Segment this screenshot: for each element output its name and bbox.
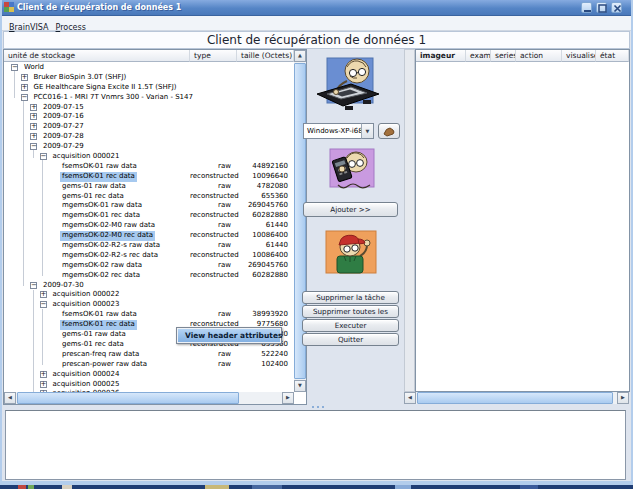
tree-row[interactable]: +2009-07-27 — [4, 122, 294, 132]
scroll-right-button[interactable]: ▶ — [617, 392, 629, 404]
tasks-horizontal-scrollbar[interactable]: ◀ ▶ — [404, 392, 629, 404]
tree-hscroll-thumb[interactable] — [17, 392, 239, 404]
tree-toggle-plus-icon[interactable]: + — [40, 291, 47, 298]
tree-row[interactable]: +acquisition 000025 — [4, 380, 294, 390]
menu-item-process[interactable]: Process — [56, 23, 86, 32]
tree-row[interactable]: mgemsOK-02-M0 raw dataraw61440 — [4, 221, 294, 231]
tree-row[interactable]: +Bruker BioSpin 3.0T (SHFJ) — [4, 73, 294, 83]
tree-row[interactable]: −World — [4, 63, 294, 73]
tree-toggle-plus-icon[interactable]: + — [40, 390, 47, 392]
tree-row[interactable]: prescan-power raw dataraw102400 — [4, 360, 294, 370]
tree-item-type: raw — [190, 360, 231, 370]
tree-item-label: PCC016-1 - MRI 7T Vnmrs 300 - Varian - S… — [32, 93, 195, 103]
tree-row[interactable]: gems-01 raw dataraw4782080 — [4, 182, 294, 192]
column-header--tat[interactable]: état — [596, 50, 629, 62]
close-button[interactable] — [611, 2, 622, 13]
tree-row[interactable]: +acquisition 000024 — [4, 370, 294, 380]
tree-row[interactable]: +acquisition 000026 — [4, 389, 294, 392]
tree-horizontal-scrollbar[interactable]: ◀ ▶ — [4, 392, 294, 404]
tree-row[interactable]: mgemsOK-02 raw dataraw269045760 — [4, 261, 294, 271]
scroll-left-button[interactable]: ◀ — [404, 392, 416, 404]
tree-row[interactable]: mgemsOK-02-R2-s raw dataraw61440 — [4, 241, 294, 251]
column-header-visualiser[interactable]: visualiser — [562, 50, 596, 62]
tree-row[interactable]: −acquisition 000021 — [4, 152, 294, 162]
tree-item-label: acquisition 000023 — [51, 300, 122, 310]
scroll-down-button[interactable]: ▼ — [294, 380, 306, 392]
tree-item-label: mgemsOK-02-M0 raw data — [60, 221, 157, 231]
column-header-series[interactable]: series — [491, 50, 516, 62]
tree-row[interactable]: −2009-07-30 — [4, 281, 294, 291]
tree-toggle-plus-icon[interactable]: + — [30, 133, 37, 140]
column-header-type[interactable]: type — [190, 50, 237, 62]
tree-item-size: 60282880 — [237, 211, 288, 221]
minimize-button[interactable] — [581, 2, 592, 13]
tree-row[interactable]: −acquisition 000023 — [4, 300, 294, 310]
tree-toggle-minus-icon[interactable]: − — [30, 282, 37, 289]
tree-row[interactable]: +2009-07-15 — [4, 103, 294, 113]
tree-item-size: 60282880 — [237, 271, 288, 281]
tree-row[interactable]: prescan-freq raw dataraw522240 — [4, 350, 294, 360]
delete-task-button[interactable]: Supprimer la tâche — [302, 291, 399, 304]
tree-row[interactable]: +2009-07-16 — [4, 112, 294, 122]
column-header-imageur[interactable]: imageur — [416, 50, 466, 62]
scroll-right-button[interactable]: ▶ — [282, 392, 294, 404]
title-bar[interactable]: Client de récupération de données 1 — [0, 0, 633, 16]
column-header-action[interactable]: action — [516, 50, 562, 62]
tasks-vertical-scrollbar[interactable] — [404, 49, 415, 392]
tree-row[interactable]: mgemsOK-02-M0 rec datareconstructed10086… — [4, 231, 294, 241]
tree-item-label: acquisition 000021 — [51, 152, 122, 162]
execute-button[interactable]: Executer — [302, 319, 399, 332]
tree-row[interactable]: fsemsOK-01 raw dataraw38993920 — [4, 310, 294, 320]
tasks-hscroll-thumb[interactable] — [417, 392, 613, 404]
tree-toggle-minus-icon[interactable]: − — [30, 143, 37, 150]
tree-row[interactable]: +acquisition 000022 — [4, 290, 294, 300]
menu-item-brainvisa[interactable]: BrainVISA — [9, 23, 49, 32]
tree-toggle-minus-icon[interactable]: − — [21, 94, 28, 101]
tree-item-label: acquisition 000026 — [51, 389, 122, 392]
tree-item-size: 522240 — [237, 350, 288, 360]
tree-row[interactable]: −2009-07-29 — [4, 142, 294, 152]
context-menu-item-view-header-attributes[interactable]: View header attributes — [178, 329, 280, 342]
tree-item-type: raw — [190, 310, 231, 320]
hand-icon — [382, 125, 396, 137]
maximize-icon — [598, 4, 607, 13]
tree-toggle-plus-icon[interactable]: + — [30, 113, 37, 120]
tree-row[interactable]: fsemsOK-01 rec datareconstructed10096640 — [4, 172, 294, 182]
maximize-button[interactable] — [596, 2, 607, 13]
tree-item-type: raw — [190, 162, 231, 172]
tree-row[interactable]: gems-01 rec datareconstructed655360 — [4, 192, 294, 202]
column-header-exam[interactable]: exam — [466, 50, 491, 62]
tree-toggle-minus-icon[interactable]: − — [40, 153, 47, 160]
tree-toggle-minus-icon[interactable]: − — [11, 64, 18, 71]
tree-row[interactable]: mgemsOK-01 raw dataraw269045760 — [4, 201, 294, 211]
tree-row[interactable]: −PCC016-1 - MRI 7T Vnmrs 300 - Varian - … — [4, 93, 294, 103]
tree-item-size: 4782080 — [237, 182, 288, 192]
tree-toggle-plus-icon[interactable]: + — [30, 123, 37, 130]
tree-row[interactable]: +GE Healthcare Signa Excite II 1.5T (SHF… — [4, 83, 294, 93]
tree-item-size: 269045760 — [237, 201, 288, 211]
quit-button[interactable]: Quitter — [302, 333, 399, 346]
scroll-up-button[interactable]: ▲ — [294, 50, 306, 62]
chevron-down-icon[interactable]: ▼ — [361, 123, 374, 139]
delete-all-tasks-button[interactable]: Supprimer toutes les tâches — [302, 305, 399, 318]
tree-toggle-plus-icon[interactable]: + — [21, 74, 28, 81]
column-header-taille-octets-[interactable]: taille (Octets) — [237, 50, 294, 62]
tree-row[interactable]: mgemsOK-02-R2-s rec datareconstructed100… — [4, 251, 294, 261]
tree-toggle-minus-icon[interactable]: − — [40, 301, 47, 308]
platform-tool-button[interactable] — [378, 123, 400, 139]
tree-row[interactable]: fsemsOK-01 raw dataraw44892160 — [4, 162, 294, 172]
tree-item-label: mgemsOK-02 rec data — [60, 271, 142, 281]
tree-toggle-plus-icon[interactable]: + — [30, 104, 37, 111]
tree-toggle-plus-icon[interactable]: + — [40, 371, 47, 378]
tree-toggle-plus-icon[interactable]: + — [40, 381, 47, 388]
tree-row[interactable]: +2009-07-28 — [4, 132, 294, 142]
page-header: Client de récupération de données 1 — [3, 31, 630, 49]
tree-row[interactable]: mgemsOK-01 rec datareconstructed60282880 — [4, 211, 294, 221]
tree-toggle-plus-icon[interactable]: + — [21, 84, 28, 91]
tree-item-label: prescan-freq raw data — [60, 350, 141, 360]
tree-row[interactable]: mgemsOK-02 rec datareconstructed60282880 — [4, 271, 294, 281]
column-header-unit-de-stockage[interactable]: unité de stockage — [4, 50, 190, 62]
add-task-button[interactable]: Ajouter >> — [303, 202, 398, 217]
scroll-left-button[interactable]: ◀ — [4, 392, 16, 404]
tree-item-label: mgemsOK-02-R2-s rec data — [60, 251, 160, 261]
